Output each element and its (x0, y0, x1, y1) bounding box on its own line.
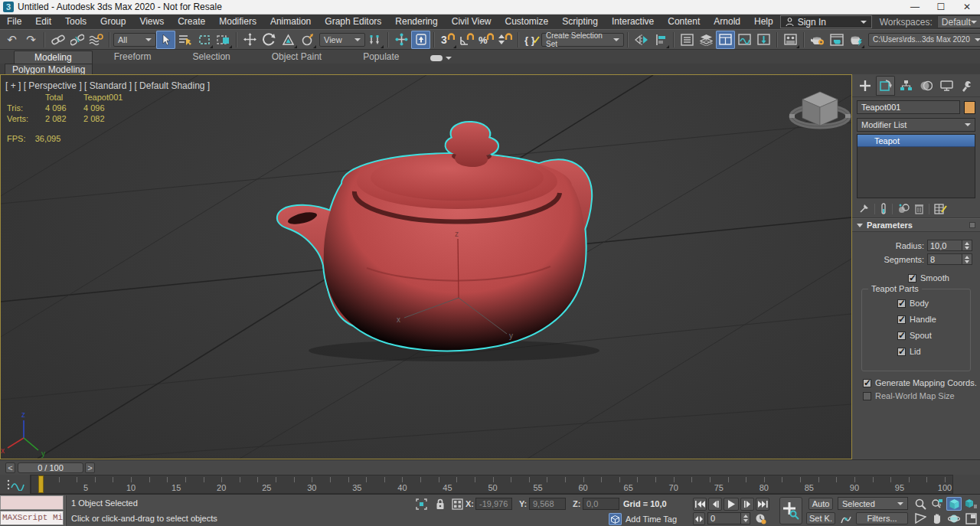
frame-back-button[interactable]: < (5, 462, 15, 473)
go-to-end-button[interactable] (756, 498, 769, 511)
z-coord-field[interactable]: 0,0 (583, 498, 619, 510)
part-row-handle[interactable]: Handle (897, 315, 970, 324)
spinner-snap-toggle[interactable] (495, 31, 514, 49)
layer-explorer-button[interactable] (697, 31, 716, 49)
polygon-modeling-panel[interactable]: Polygon Modeling (5, 64, 93, 75)
rectangular-selection-region-button[interactable] (194, 31, 214, 49)
undo-button[interactable]: ↶ (2, 31, 21, 49)
real-world-row[interactable]: Real-World Map Size (863, 391, 980, 400)
select-object-button[interactable] (156, 31, 175, 49)
ribbon-minimize-button[interactable] (430, 55, 452, 64)
curve-editor-button[interactable] (735, 31, 754, 49)
tab-motion[interactable] (916, 76, 936, 96)
tab-hierarchy[interactable] (897, 76, 916, 96)
ribbon-tab-freeform[interactable]: Freeform (94, 51, 172, 64)
menu-item-scripting[interactable]: Scripting (555, 15, 605, 29)
project-folder-dropdown[interactable]: C:\Users\rds...3ds Max 2020 (868, 33, 980, 47)
maxscript-mini-listener-pink[interactable] (0, 495, 64, 510)
parameters-rollout-header[interactable]: Parameters (852, 218, 980, 232)
select-and-scale-button[interactable] (279, 31, 298, 49)
time-configuration-button[interactable] (753, 512, 767, 525)
unlink-selection-icon[interactable] (67, 31, 87, 49)
menu-item-help[interactable]: Help (747, 15, 780, 29)
menu-item-arnold[interactable]: Arnold (707, 15, 747, 29)
part-checkbox-lid[interactable] (897, 348, 906, 356)
part-row-spout[interactable]: Spout (897, 331, 970, 340)
menu-item-group[interactable]: Group (93, 15, 132, 29)
viewport-label[interactable]: [ + ] [ Perspective ] [ Standard ] [ Def… (5, 80, 210, 91)
pan-view-button[interactable] (929, 511, 945, 525)
ribbon-tab-selection[interactable]: Selection (172, 51, 250, 64)
window-crossing-toggle[interactable] (214, 31, 233, 49)
menu-item-civil-view[interactable]: Civil View (445, 15, 498, 29)
tab-modify[interactable] (876, 76, 895, 96)
smooth-checkbox[interactable] (908, 274, 916, 283)
reference-coordinate-dropdown[interactable]: View (319, 33, 365, 47)
add-time-tag[interactable]: Add Time Tag (626, 515, 677, 524)
set-key-button[interactable]: Set K. (806, 512, 835, 524)
perspective-viewport[interactable]: z x y z x y [ + ] [ Perspective ] [ Stan… (0, 74, 852, 459)
generate-mapping-row[interactable]: Generate Mapping Coords. (863, 378, 980, 387)
field-of-view-button[interactable] (913, 511, 928, 525)
mirror-button[interactable] (632, 31, 651, 49)
show-end-result-icon[interactable] (880, 203, 887, 214)
select-and-manipulate-button[interactable] (392, 31, 411, 49)
menu-item-views[interactable]: Views (132, 15, 171, 29)
go-to-start-button[interactable] (693, 498, 707, 511)
make-unique-icon[interactable] (897, 203, 911, 214)
real-world-checkbox[interactable] (863, 392, 871, 400)
segments-value[interactable]: 8 (927, 253, 962, 265)
y-coord-field[interactable]: 9,568 (529, 498, 566, 510)
minimize-button[interactable]: — (902, 0, 928, 14)
menu-item-graph-editors[interactable]: Graph Editors (318, 15, 388, 29)
use-pivot-point-button[interactable] (365, 31, 384, 49)
part-row-lid[interactable]: Lid (897, 347, 970, 356)
maximize-viewport-toggle[interactable] (963, 511, 978, 525)
schematic-view-button[interactable] (754, 31, 773, 49)
previous-frame-button[interactable] (708, 498, 722, 511)
object-name-field[interactable]: Teapot001 (857, 100, 960, 114)
material-editor-button[interactable] (781, 31, 800, 49)
segments-spinner[interactable]: 8 (927, 253, 972, 265)
spinner-arrows[interactable] (962, 253, 972, 265)
tab-create[interactable] (856, 76, 875, 96)
auto-key-button[interactable]: Auto (808, 498, 833, 510)
close-button[interactable]: ✕ (954, 0, 980, 14)
menu-item-create[interactable]: Create (171, 15, 212, 29)
ribbon-tab-modeling[interactable]: Modeling (14, 51, 93, 64)
isolate-selection-icon[interactable] (414, 498, 428, 511)
frame-forward-button[interactable]: > (85, 462, 95, 473)
pin-stack-icon[interactable] (858, 203, 870, 214)
open-mini-curve-editor-button[interactable] (0, 475, 31, 494)
modifier-stack[interactable]: Teapot (857, 134, 975, 198)
snaps-toggle-3d[interactable]: 3 (438, 31, 457, 49)
render-production-button[interactable] (846, 31, 865, 49)
current-frame-value[interactable]: 0 (708, 513, 740, 524)
generate-mapping-checkbox[interactable] (863, 379, 871, 387)
play-button[interactable] (724, 498, 739, 511)
part-checkbox-spout[interactable] (897, 332, 906, 340)
menu-item-file[interactable]: File (0, 15, 28, 29)
listener-splitter[interactable] (64, 495, 67, 526)
selection-filter-dropdown[interactable]: All (113, 33, 156, 47)
x-coord-field[interactable]: -19,976 (475, 498, 512, 510)
radius-spinner[interactable]: 10,0 (927, 240, 972, 251)
part-row-body[interactable]: Body (897, 299, 970, 308)
ribbon-tab-object-paint[interactable]: Object Paint (252, 51, 341, 64)
menu-item-customize[interactable]: Customize (498, 15, 556, 29)
view-cube[interactable] (789, 92, 851, 126)
workspaces-dropdown[interactable]: Default (937, 15, 980, 28)
time-slider-readout[interactable]: 0 / 100 (18, 462, 83, 473)
maxscript-mini-listener[interactable]: MAXScript Mi (0, 511, 64, 525)
rendered-frame-window-button[interactable] (827, 31, 846, 49)
teapot-object[interactable] (278, 123, 591, 350)
remove-modifier-icon[interactable] (914, 203, 924, 214)
object-color-swatch[interactable] (964, 101, 975, 114)
zoom-extents-all-button[interactable] (963, 497, 978, 511)
selection-lock-icon[interactable] (433, 498, 447, 511)
redo-button[interactable]: ↷ (21, 31, 41, 49)
current-frame-field[interactable]: 0 (707, 512, 750, 524)
align-button[interactable] (651, 31, 670, 49)
configure-modifier-sets-icon[interactable] (934, 203, 947, 214)
radius-value[interactable]: 10,0 (927, 240, 962, 251)
